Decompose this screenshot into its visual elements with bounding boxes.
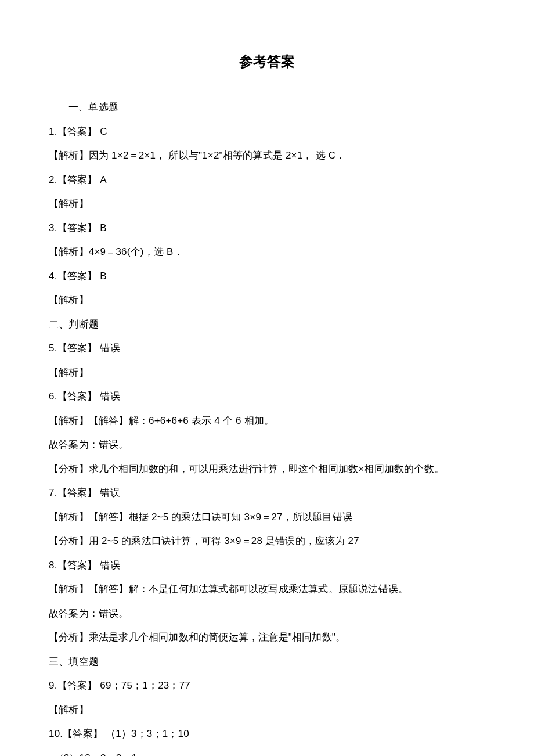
q7-explanation-2: 【分析】用 2~5 的乘法口诀计算，可得 3×9＝28 是错误的，应该为 27 [49, 534, 485, 549]
q1-answer: 1.【答案】 C [49, 124, 485, 139]
q8-explanation-3: 【分析】乘法是求几个相同加数和的简便运算，注意是"相同加数"。 [49, 630, 485, 645]
q5-explanation: 【解析】 [49, 365, 485, 380]
section-1-heading: 一、单选题 [49, 100, 485, 115]
q2-answer: 2.【答案】 A [49, 172, 485, 188]
q9-explanation: 【解析】 [49, 703, 485, 718]
q6-explanation-2: 故答案为：错误。 [49, 437, 485, 452]
q5-answer: 5.【答案】 错误 [49, 341, 485, 356]
q9-answer: 9.【答案】 69；75；1；23；77 [49, 678, 485, 693]
section-3-heading: 三、填空题 [49, 654, 485, 669]
q8-explanation-1: 【解析】【解答】解：不是任何加法算式都可以改写成乘法算式。原题说法错误。 [49, 582, 485, 597]
q2-explanation: 【解析】 [49, 196, 485, 211]
page-title: 参考答案 [49, 52, 485, 71]
q6-explanation-1: 【解析】【解答】解：6+6+6+6 表示 4 个 6 相加。 [49, 413, 485, 429]
q7-explanation-1: 【解析】【解答】根据 2~5 的乘法口诀可知 3×9＝27，所以题目错误 [49, 510, 485, 525]
q6-explanation-3: 【分析】求几个相同加数的和，可以用乘法进行计算，即这个相同加数×相同加数的个数。 [49, 462, 485, 477]
q4-explanation: 【解析】 [49, 293, 485, 308]
q3-explanation: 【解析】4×9＝36(个)，选 B． [49, 244, 485, 260]
q8-answer: 8.【答案】 错误 [49, 558, 485, 573]
q3-answer: 3.【答案】 B [49, 221, 485, 236]
q7-answer: 7.【答案】 错误 [49, 485, 485, 501]
q1-explanation: 【解析】因为 1×2＝2×1， 所以与"1×2"相等的算式是 2×1， 选 C． [49, 148, 485, 163]
q10-answer: 10.【答案】 （1）3；3；1；10 [49, 726, 485, 741]
q6-answer: 6.【答案】 错误 [49, 389, 485, 404]
q8-explanation-2: 故答案为：错误。 [49, 606, 485, 621]
q10-answer-b: （2）10；3；3；1 [49, 751, 485, 757]
section-2-heading: 二、判断题 [49, 317, 485, 332]
q4-answer: 4.【答案】 B [49, 269, 485, 284]
